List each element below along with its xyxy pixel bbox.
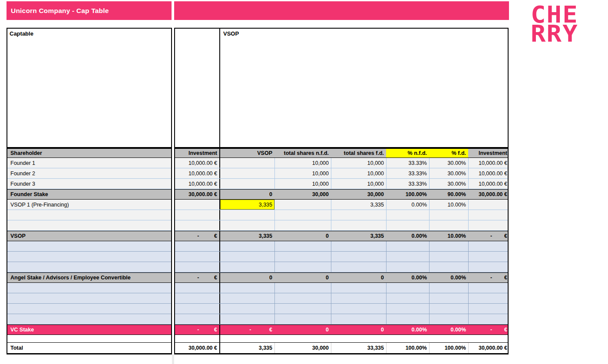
cell-total-shares-fd[interactable] — [331, 252, 386, 262]
cell-shareholder[interactable]: Founder 3 — [7, 179, 171, 189]
cell-investment-2[interactable]: - € — [468, 325, 509, 334]
cell-investment-2[interactable]: 30,000.00 € — [468, 190, 509, 199]
cell-investment-2[interactable] — [468, 220, 509, 230]
cell-shareholder[interactable] — [7, 293, 171, 303]
cell-total-shares-fd[interactable] — [331, 283, 386, 293]
cell-investment-2[interactable] — [468, 200, 509, 210]
cell-investment[interactable]: - € — [175, 325, 220, 334]
cell-total-shares-fd[interactable]: 10,000 — [331, 168, 386, 178]
cell-investment-2[interactable] — [468, 293, 509, 303]
cell-total-shares-nfd[interactable]: 10,000 — [274, 158, 331, 168]
cell-investment-2[interactable]: 10,000.00 € — [468, 168, 509, 178]
cell-investment-2[interactable] — [468, 262, 509, 272]
col-header-pct-nfd[interactable]: % n.f.d. — [386, 149, 429, 157]
cell-investment[interactable] — [175, 220, 220, 230]
col-header-pct-fd[interactable]: % f.d. — [429, 149, 468, 157]
cell-total-shares-nfd[interactable] — [274, 252, 331, 262]
cell-shareholder[interactable] — [7, 304, 171, 314]
cell-investment-2[interactable] — [468, 304, 509, 314]
cell-vsop[interactable]: 0 — [220, 190, 274, 199]
cell-total-shares-fd[interactable]: 33,335 — [331, 343, 386, 353]
cell-pct-fd[interactable] — [429, 314, 468, 324]
cell-total-shares-nfd[interactable] — [274, 200, 331, 210]
cell-total-shares-nfd[interactable]: 30,000 — [274, 343, 331, 353]
cell-total-shares-nfd[interactable]: 0 — [274, 273, 331, 282]
cell-investment[interactable] — [175, 262, 220, 272]
cell-vsop[interactable]: 3,335 — [220, 200, 274, 210]
cell-pct-nfd[interactable]: 100.00% — [386, 343, 429, 353]
cell-investment-2[interactable] — [468, 335, 509, 342]
cell-vsop[interactable] — [220, 262, 274, 272]
cell-pct-nfd[interactable]: 33.33% — [386, 168, 429, 178]
cell-pct-nfd[interactable] — [386, 210, 429, 220]
cell-investment[interactable]: 10,000.00 € — [175, 158, 220, 168]
cell-pct-nfd[interactable] — [386, 220, 429, 230]
cell-shareholder[interactable] — [7, 252, 171, 262]
cell-vsop[interactable]: 3,335 — [220, 231, 274, 241]
cell-vsop[interactable] — [220, 314, 274, 324]
cell-investment-2[interactable]: 10,000.00 € — [468, 158, 509, 168]
cell-pct-fd[interactable]: 30.00% — [429, 179, 468, 189]
cell-investment[interactable] — [175, 200, 220, 210]
cell-shareholder[interactable] — [7, 283, 171, 293]
cell-total-shares-fd[interactable] — [331, 262, 386, 272]
cell-shareholder[interactable]: VSOP — [7, 231, 171, 241]
cell-total-shares-nfd[interactable]: 30,000 — [274, 190, 331, 199]
cell-pct-nfd[interactable] — [386, 262, 429, 272]
cell-shareholder[interactable]: VSOP 1 (Pre-Financing) — [7, 200, 171, 210]
cell-vsop[interactable] — [220, 293, 274, 303]
cell-vsop[interactable] — [220, 241, 274, 251]
cell-pct-fd[interactable]: 90.00% — [429, 190, 468, 199]
cell-pct-fd[interactable] — [429, 293, 468, 303]
cell-pct-fd[interactable]: 30.00% — [429, 168, 468, 178]
cell-vsop[interactable]: 0 — [220, 273, 274, 282]
cell-pct-nfd[interactable]: 33.33% — [386, 158, 429, 168]
cell-total-shares-fd[interactable]: 30,000 — [331, 190, 386, 199]
captable-section-cell[interactable]: Captable — [7, 28, 172, 148]
cell-investment[interactable] — [175, 314, 220, 324]
cell-pct-nfd[interactable] — [386, 283, 429, 293]
cell-total-shares-fd[interactable] — [331, 241, 386, 251]
cell-investment[interactable] — [175, 241, 220, 251]
cell-shareholder[interactable] — [7, 314, 171, 324]
cell-pct-fd[interactable]: 0.00% — [429, 273, 468, 282]
cell-vsop[interactable] — [220, 179, 274, 189]
cell-total-shares-nfd[interactable]: 0 — [274, 231, 331, 241]
cell-total-shares-fd[interactable] — [331, 210, 386, 220]
cell-investment-2[interactable]: 30,000.00 € — [468, 343, 509, 353]
cell-total-shares-fd[interactable]: 10,000 — [331, 179, 386, 189]
cell-investment[interactable] — [175, 210, 220, 220]
cell-total-shares-nfd[interactable]: 10,000 — [274, 168, 331, 178]
cell-pct-nfd[interactable] — [386, 241, 429, 251]
cell-investment[interactable]: - € — [175, 273, 220, 282]
cell-investment[interactable]: 30,000.00 € — [175, 190, 220, 199]
cell-total-shares-fd[interactable] — [331, 293, 386, 303]
cell-total-shares-nfd[interactable] — [274, 241, 331, 251]
cell-investment[interactable]: 10,000.00 € — [175, 179, 220, 189]
cell-total-shares-nfd[interactable] — [274, 262, 331, 272]
cell-shareholder[interactable] — [7, 335, 171, 342]
cell-vsop[interactable] — [220, 210, 274, 220]
cell-vsop[interactable] — [220, 158, 274, 168]
cell-total-shares-nfd[interactable]: 0 — [274, 325, 331, 334]
cell-pct-fd[interactable] — [429, 304, 468, 314]
cell-total-shares-nfd[interactable] — [274, 283, 331, 293]
cell-vsop[interactable] — [220, 335, 274, 342]
cell-shareholder[interactable] — [7, 241, 171, 251]
cell-pct-nfd[interactable]: 0.00% — [386, 231, 429, 241]
cell-pct-fd[interactable]: 0.00% — [429, 325, 468, 334]
cell-investment-2[interactable] — [468, 283, 509, 293]
cell-total-shares-nfd[interactable] — [274, 210, 331, 220]
cell-shareholder[interactable] — [7, 220, 171, 230]
cell-pct-nfd[interactable]: 100.00% — [386, 190, 429, 199]
cell-shareholder[interactable] — [7, 210, 171, 220]
cell-pct-nfd[interactable] — [386, 304, 429, 314]
cell-investment-2[interactable] — [468, 314, 509, 324]
cell-pct-nfd[interactable] — [386, 293, 429, 303]
cell-pct-nfd[interactable] — [386, 252, 429, 262]
cell-investment-2[interactable] — [468, 210, 509, 220]
cell-total-shares-nfd[interactable] — [274, 220, 331, 230]
cell-vsop[interactable] — [220, 168, 274, 178]
cell-investment[interactable] — [175, 293, 220, 303]
cell-pct-fd[interactable] — [429, 262, 468, 272]
